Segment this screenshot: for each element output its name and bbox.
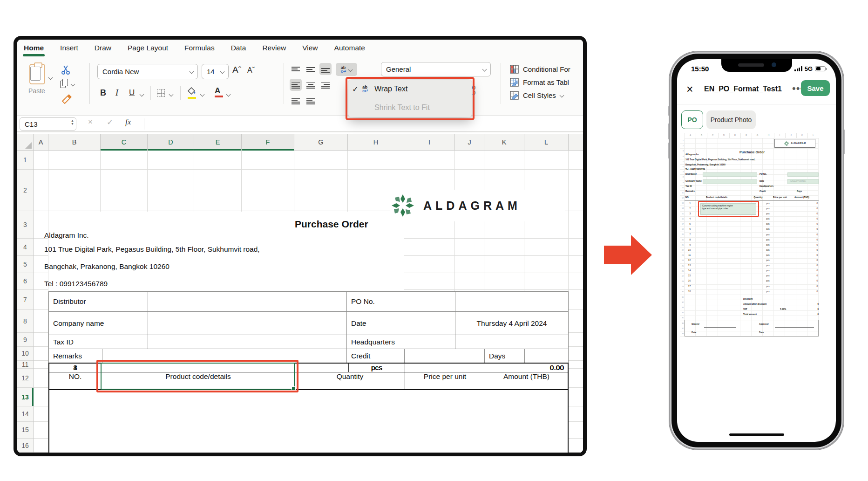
row-header[interactable]: 7 [17, 290, 33, 310]
row-header[interactable]: 11 [17, 361, 33, 369]
paste-button[interactable]: Paste [25, 63, 54, 106]
format-painter-button[interactable] [61, 94, 72, 104]
column-header[interactable] [569, 134, 583, 150]
underline-button[interactable]: U [129, 88, 135, 97]
row-header[interactable]: 4 [17, 239, 33, 256]
column-header[interactable]: I [404, 134, 455, 150]
wrap-text-button[interactable]: abc↵ [336, 63, 357, 76]
ribbon-tab[interactable]: Formulas [184, 44, 215, 52]
align-bottom-button[interactable] [319, 63, 332, 75]
phone-tabs: POProduct Photo [677, 110, 836, 130]
column-header[interactable]: B [48, 134, 101, 150]
underline-chevron-icon[interactable] [140, 92, 144, 97]
tax-id-value[interactable] [148, 335, 347, 349]
ribbon-tab[interactable]: Data [231, 44, 246, 52]
row-header[interactable]: 15 [17, 422, 33, 439]
row-header[interactable]: 5 [17, 256, 33, 273]
copy-button[interactable] [60, 79, 75, 89]
row-header[interactable]: 6 [17, 273, 33, 290]
phone-tab[interactable]: PO [681, 110, 703, 129]
align-right-button[interactable] [319, 79, 332, 91]
ribbon-tab[interactable]: Page Layout [128, 44, 168, 52]
po-no-value[interactable] [455, 291, 569, 312]
align-center-button[interactable] [305, 79, 317, 91]
ribbon-tab[interactable]: Automate [334, 44, 365, 52]
font-size-combo[interactable]: 14 [202, 64, 229, 79]
font-name-value: Cordia New [102, 68, 139, 76]
column-header[interactable]: L [524, 134, 569, 150]
column-header[interactable]: C [101, 134, 148, 150]
cell-styles-button[interactable]: Cell Styles [510, 91, 563, 100]
sheet-preview[interactable]: ABCDEFGHIJKL 123456789101112131415161718… [680, 133, 821, 338]
decrease-font-button[interactable]: Aˇ [247, 66, 255, 75]
column-header[interactable]: E [194, 134, 242, 150]
font-color-button[interactable]: A [215, 86, 223, 96]
ribbon-tab[interactable]: Review [262, 44, 286, 52]
decrease-indent-button[interactable] [290, 95, 302, 107]
checkmark-icon: ✓ [348, 85, 362, 94]
ribbon-tab[interactable]: View [302, 44, 318, 52]
ribbon-tab[interactable]: Home [24, 44, 44, 52]
align-middle-button[interactable] [305, 63, 317, 75]
row-header[interactable]: 2 [17, 170, 33, 211]
row-header[interactable]: 13 [17, 388, 33, 406]
select-all-corner[interactable] [17, 134, 34, 150]
number-format-combo[interactable]: General [381, 62, 491, 76]
save-button[interactable]: Save [801, 80, 830, 96]
row-header[interactable]: 9 [17, 333, 33, 347]
bold-button[interactable]: B [100, 88, 106, 98]
row-header[interactable]: 1 [17, 151, 33, 170]
row-header[interactable]: 8 [17, 310, 33, 333]
column-header[interactable]: A [34, 134, 48, 150]
italic-button[interactable]: I [115, 88, 118, 98]
enter-icon[interactable]: ✓ [107, 117, 113, 127]
fill-color-button[interactable] [188, 87, 197, 96]
format-as-table-button[interactable]: Format as Tabl [510, 78, 569, 87]
ribbon-tab[interactable]: Draw [95, 44, 111, 52]
cut-button[interactable] [61, 65, 71, 75]
column-header[interactable]: J [455, 134, 484, 150]
column-header[interactable]: G [294, 134, 348, 150]
headquarters-value[interactable] [455, 335, 569, 349]
credit-value[interactable] [404, 349, 485, 363]
borders-chevron-icon[interactable] [169, 92, 174, 97]
font-name-combo[interactable]: Cordia New [97, 64, 198, 79]
wrap-text-menu: ✓ abc↵ Wrap Text Shrink Text to Fit [348, 80, 472, 117]
row-header[interactable]: 14 [17, 406, 33, 422]
column-header[interactable]: D [148, 134, 194, 150]
mini-item-row: 14 pcs 0 [685, 268, 819, 273]
close-icon[interactable]: × [686, 82, 693, 96]
conditional-formatting-button[interactable]: Conditional For [510, 65, 570, 74]
fill-color-chevron-icon[interactable] [200, 92, 205, 97]
phone-tab[interactable]: Product Photo [706, 110, 756, 129]
wrap-text-chevron-icon[interactable] [348, 67, 353, 72]
selected-cell-c13[interactable] [101, 363, 295, 390]
borders-button[interactable] [157, 89, 165, 97]
home-indicator[interactable] [729, 433, 784, 436]
days-value[interactable] [524, 349, 569, 363]
row-header[interactable]: 16 [17, 439, 33, 453]
company-name-value[interactable] [148, 311, 347, 335]
column-header[interactable]: H [348, 134, 404, 150]
font-color-chevron-icon[interactable] [226, 92, 231, 97]
align-top-button[interactable] [290, 63, 302, 75]
increase-indent-button[interactable] [305, 95, 317, 107]
row-header[interactable]: 3 [17, 211, 33, 239]
menu-item-wrap-text[interactable]: ✓ abc↵ Wrap Text [348, 80, 472, 98]
cancel-icon[interactable]: × [88, 117, 93, 127]
name-box[interactable]: C13 ▲▼ [20, 117, 76, 131]
column-header[interactable]: K [484, 134, 524, 150]
ribbon-tab[interactable]: Insert [60, 44, 78, 52]
row-header[interactable]: 10 [17, 347, 33, 361]
remarks-value[interactable] [102, 349, 347, 363]
align-left-button[interactable] [290, 79, 302, 91]
column-header[interactable]: F [242, 134, 294, 150]
fx-icon[interactable]: fx [125, 117, 131, 127]
increase-font-button[interactable]: Aˆ [232, 65, 241, 75]
paste-chevron-icon[interactable] [48, 76, 53, 80]
row-header[interactable]: 12 [17, 369, 33, 388]
tel-line: Tel : 099123456789 [44, 280, 108, 288]
name-box-stepper[interactable]: ▲▼ [71, 119, 74, 125]
spreadsheet[interactable]: ABCDEFGHIJKL 12345678910111213141516 [17, 133, 583, 453]
distributor-value[interactable] [148, 291, 347, 312]
